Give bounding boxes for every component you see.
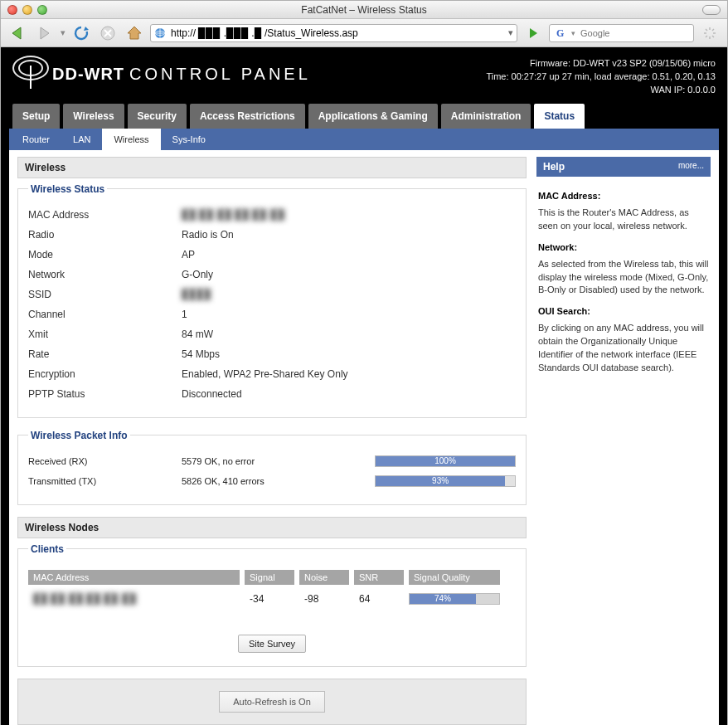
svg-line-17 [712,29,714,31]
section-wireless-title: Wireless [17,157,527,178]
tab-access-restrictions[interactable]: Access Restrictions [190,104,305,129]
sub-tabs: Router LAN Wireless Sys-Info [9,129,719,150]
tx-label: Transmitted (TX) [28,476,182,486]
header-info: Firmware: DD-WRT v23 SP2 (09/15/06) micr… [486,57,716,97]
zoom-window-button[interactable] [37,5,47,15]
clients-fieldset: Clients MAC Address Signal Noise SNR Sig… [17,543,527,667]
client-quality-bar: 74% [409,593,500,605]
col-mac: MAC Address [28,570,240,585]
sub-tabs-container: Router LAN Wireless Sys-Info Wireless Wi… [9,129,719,725]
browser-window: FatCatNet – Wireless Status ▾ ▾ G [0,0,728,725]
help-titlebar: Help more... [536,157,711,177]
wanip-line: WAN IP: 0.0.0.0 [486,84,716,97]
channel-value: 1 [182,309,516,320]
client-mac[interactable]: ▉▉:▉▉:▉▉:▉▉:▉▉:▉▉ [28,593,240,605]
rate-label: Rate [28,348,182,360]
subtab-wireless[interactable]: Wireless [102,129,160,150]
svg-marker-0 [12,27,21,39]
tx-bar: 93% [375,475,516,487]
content: Wireless Wireless Status MAC Address▉▉:▉… [9,150,719,725]
help-h3: OUI Search: [538,305,709,319]
title-pill-button[interactable] [702,5,721,15]
forward-button[interactable] [34,22,56,44]
rx-value: 5579 OK, no error [182,456,375,466]
activity-indicator [699,22,721,44]
svg-marker-1 [41,27,49,39]
home-button[interactable] [124,22,145,44]
client-signal: -34 [245,593,294,605]
page-header: DD-WRTCONTROL PANEL Firmware: DD-WRT v23… [9,54,719,104]
subtab-sysinfo[interactable]: Sys-Info [161,129,217,150]
subtab-router[interactable]: Router [11,129,61,150]
svg-line-14 [706,29,707,31]
col-signal: Signal [245,570,294,585]
col-snr: SNR [354,570,404,585]
col-noise: Noise [299,570,349,585]
google-g-icon: G [555,27,566,39]
svg-line-16 [706,36,707,37]
minimize-window-button[interactable] [22,5,32,15]
search-input[interactable] [580,28,695,38]
url-field[interactable]: ▾ [150,24,517,42]
help-panel: Help more... MAC Address: This is the Ro… [536,157,711,725]
mac-value[interactable]: ▉▉:▉▉:▉▉:▉▉:▉▉:▉▉ [182,209,516,221]
help-more-link[interactable]: more... [678,161,704,173]
rx-bar: 100% [375,455,516,467]
wireless-status-fieldset: Wireless Status MAC Address▉▉:▉▉:▉▉:▉▉:▉… [17,183,527,418]
go-button[interactable] [522,22,544,44]
xmit-label: Xmit [28,328,182,340]
pptp-value: Disconnected [182,388,516,400]
network-label: Network [28,269,182,280]
back-button[interactable] [7,22,29,44]
client-row: ▉▉:▉▉:▉▉:▉▉:▉▉:▉▉ -34 -98 64 74% [28,590,516,608]
rate-value: 54 Mbps [182,348,516,360]
tab-applications-gaming[interactable]: Applications & Gaming [308,104,438,129]
search-field[interactable]: G ▾ [549,24,694,42]
channel-label: Channel [28,309,182,320]
reload-button[interactable] [70,22,92,44]
subtab-lan[interactable]: LAN [61,129,102,150]
rx-bar-fill: 100% [376,456,515,466]
tab-wireless-top[interactable]: Wireless [63,104,124,129]
tab-administration[interactable]: Administration [441,104,531,129]
site-survey-button[interactable]: Site Survey [238,635,306,653]
radio-label: Radio [28,229,182,241]
stop-button[interactable] [97,22,119,44]
client-quality-fill: 74% [410,594,476,604]
mode-label: Mode [28,249,182,260]
help-title: Help [543,161,565,173]
col-quality: Signal Quality [409,570,500,585]
client-snr: 64 [354,593,404,605]
ssid-value: ▉▉▉▉ [182,289,516,300]
client-noise: -98 [299,593,349,605]
tab-setup[interactable]: Setup [12,104,60,129]
help-h1: MAC Address: [538,190,709,203]
uptime-line: Time: 00:27:27 up 27 min, load average: … [486,71,716,84]
globe-icon [154,27,166,39]
tx-bar-fill: 93% [376,476,505,486]
main-column: Wireless Wireless Status MAC Address▉▉:▉… [17,157,527,725]
autorefresh-bar: Auto-Refresh is On [17,679,527,725]
help-p3: By clicking on any MAC address, you will… [538,322,709,375]
close-window-button[interactable] [7,5,17,15]
url-history-dropdown[interactable]: ▾ [508,27,513,38]
encryption-value: Enabled, WPA2 Pre-Shared Key Only [182,368,516,380]
tab-security[interactable]: Security [128,104,187,129]
svg-line-15 [712,36,714,37]
svg-marker-2 [84,27,89,31]
brand-name: DD-WRT [52,65,124,83]
search-engine-dropdown[interactable]: ▾ [571,29,575,37]
clients-legend: Clients [28,543,66,555]
clients-header: MAC Address Signal Noise SNR Signal Qual… [28,570,516,585]
url-input[interactable] [171,27,503,39]
tab-status[interactable]: Status [534,104,585,129]
tx-value: 5826 OK, 410 errors [182,476,375,486]
rx-label: Received (RX) [28,456,182,466]
autorefresh-button[interactable]: Auto-Refresh is On [219,691,325,713]
firmware-line: Firmware: DD-WRT v23 SP2 (09/15/06) micr… [486,57,716,71]
help-body: MAC Address: This is the Router's MAC Ad… [536,177,711,375]
page: DD-WRTCONTROL PANEL Firmware: DD-WRT v23… [1,47,727,725]
browser-toolbar: ▾ ▾ G ▾ [1,19,727,47]
svg-marker-4 [128,27,141,39]
radio-value: Radio is On [182,229,516,241]
